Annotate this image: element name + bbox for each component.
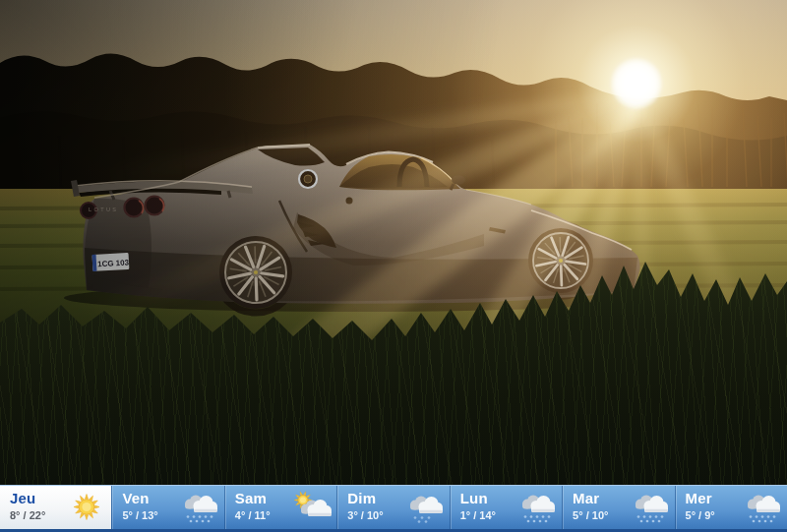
lotus-badge: [299, 170, 317, 188]
sun-cloud-icon: [290, 491, 333, 525]
forecast-day-temps: 8° / 22°: [10, 509, 45, 521]
rain-cloud-icon: [515, 491, 559, 525]
forecast-day-mer[interactable]: Mer 5° / 9°: [675, 486, 787, 532]
front-wheel: [528, 228, 593, 293]
forecast-day-dim[interactable]: Dim 3° / 10°: [336, 486, 449, 532]
forecast-day-name: Lun: [460, 490, 488, 506]
forecast-day-ven[interactable]: Ven 5° / 13°: [111, 486, 223, 532]
rear-badge-lettering: LOTUS: [89, 207, 118, 212]
forecast-day-temps: 1° / 14°: [460, 509, 496, 521]
sun-icon: [65, 491, 108, 525]
forecast-day-sam[interactable]: Sam 4° / 11°: [224, 486, 336, 532]
forecast-day-temps: 5° / 13°: [122, 509, 157, 521]
forecast-day-temps: 4° / 11°: [235, 509, 271, 521]
forecast-day-lun[interactable]: Lun 1° / 14°: [450, 486, 562, 532]
forecast-day-name: Mer: [686, 490, 712, 506]
sun: [611, 58, 662, 109]
forecast-day-name: Mar: [573, 490, 599, 506]
forecast-day-mar[interactable]: Mar 5° / 10°: [562, 486, 674, 532]
drizzle-cloud-icon: [403, 491, 447, 525]
rain-cloud-icon: [741, 491, 784, 525]
license-plate: 1CG 103: [92, 253, 130, 271]
sunset-photo: LOTUS 1CG 103: [0, 0, 787, 485]
forecast-day-temps: 5° / 10°: [573, 509, 608, 521]
forecast-day-temps: 5° / 9°: [686, 509, 715, 521]
rain-cloud-icon: [629, 491, 672, 525]
forecast-bar: Jeu 8° / 22° Ven 5° / 13° Sam 4° / 11° D…: [0, 485, 787, 532]
forecast-day-name: Dim: [347, 490, 376, 506]
rear-wheel: [219, 236, 292, 309]
door-button: [346, 198, 353, 205]
license-plate-text: 1CG 103: [97, 258, 130, 268]
forecast-day-name: Ven: [122, 490, 149, 506]
forecast-day-temps: 3° / 10°: [347, 509, 383, 521]
forecast-day-name: Jeu: [10, 490, 35, 506]
rain-cloud-icon: [178, 491, 221, 525]
forecast-day-name: Sam: [235, 490, 267, 506]
weather-photo-page: LOTUS 1CG 103: [0, 0, 787, 532]
forecast-day-jeu[interactable]: Jeu 8° / 22°: [0, 486, 111, 532]
